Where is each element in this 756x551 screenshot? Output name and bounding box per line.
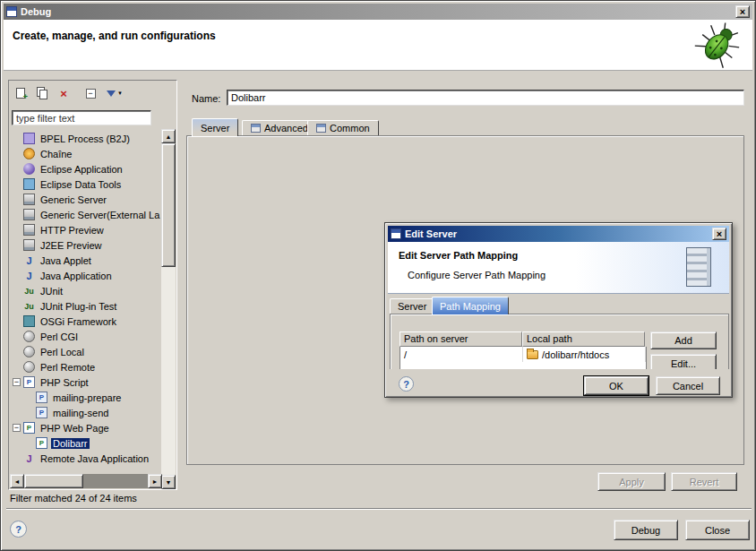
tree-item-http-preview[interactable]: HTTP Preview xyxy=(11,222,161,237)
ok-button[interactable]: OK xyxy=(584,376,649,395)
scroll-up-icon[interactable]: ▲ xyxy=(161,129,176,143)
server-icon xyxy=(23,224,35,236)
dialog-help-button[interactable]: ? xyxy=(399,376,414,392)
junit-icon: Ju xyxy=(23,285,35,297)
php-web-icon: P xyxy=(23,422,35,434)
tree-item-label: Perl CGI xyxy=(39,331,80,342)
tree-expander-icon[interactable]: − xyxy=(13,378,21,386)
tree-item-eclipse-data-tools[interactable]: Eclipse Data Tools xyxy=(11,176,161,192)
dialog-tab-server[interactable]: Server xyxy=(390,298,434,314)
remote-java-icon: J xyxy=(23,452,35,464)
tree-item-mailing-prepare[interactable]: Pmailing-prepare xyxy=(11,390,161,405)
tree-item-junit-plug-in-test[interactable]: JuJUnit Plug-in Test xyxy=(11,298,161,314)
tree-item-bpel-process-b2j-[interactable]: BPEL Process (B2J) xyxy=(11,131,161,146)
php-exe-icon: P xyxy=(36,392,47,403)
window-title: Debug xyxy=(21,6,51,17)
dialog-button-bar: ? OK Cancel xyxy=(388,369,729,396)
tree-horizontal-scrollbar[interactable]: ◄ ► xyxy=(10,474,162,488)
tree-item-generic-server[interactable]: Generic Server xyxy=(11,192,161,207)
tree-item-java-application[interactable]: JJava Application xyxy=(11,268,161,283)
name-input[interactable] xyxy=(227,90,744,106)
add-mapping-button[interactable]: Add xyxy=(650,331,717,349)
filter-options-button[interactable]: ▼ xyxy=(102,83,127,103)
window-titlebar[interactable]: Debug × xyxy=(4,4,752,20)
tree-item-php-script[interactable]: −PPHP Script xyxy=(11,375,161,390)
filter-status: Filter matched 24 of 24 items xyxy=(10,493,137,504)
scroll-left-icon[interactable]: ◄ xyxy=(10,474,24,488)
tree-item-perl-cgi[interactable]: Perl CGI xyxy=(11,329,161,344)
edit-server-titlebar[interactable]: Edit Server × xyxy=(388,226,729,242)
chain-icon xyxy=(23,148,35,159)
horizontal-scroll-thumb[interactable] xyxy=(24,474,83,488)
column-header-local-path[interactable]: Local path xyxy=(522,331,645,347)
edit-server-close-button[interactable]: × xyxy=(712,228,726,240)
common-tab-icon xyxy=(316,124,326,133)
tree-item-perl-remote[interactable]: Perl Remote xyxy=(11,359,161,375)
perl-icon xyxy=(23,361,35,373)
java-applet-icon: J xyxy=(23,254,35,266)
tree-item-label: mailing-send xyxy=(51,408,110,418)
edit-server-heading: Edit Server Path Mapping xyxy=(399,250,518,261)
tree-item-perl-local[interactable]: Perl Local xyxy=(11,344,161,359)
scroll-right-icon[interactable]: ► xyxy=(148,474,162,488)
tab-server-label: Server xyxy=(201,123,229,133)
tree-item-junit[interactable]: JuJUnit xyxy=(11,283,161,298)
tree-item-j2ee-preview[interactable]: J2EE Preview xyxy=(11,237,161,253)
window-close-button[interactable]: × xyxy=(735,5,750,18)
tree-item-label: PHP Web Page xyxy=(39,423,111,434)
revert-button[interactable]: Revert xyxy=(671,472,737,491)
tree-item-remote-java-application[interactable]: JRemote Java Application xyxy=(11,451,161,466)
folder-icon xyxy=(527,350,538,359)
edit-server-header: Edit Server Path Mapping Configure Serve… xyxy=(388,242,729,294)
close-button[interactable]: Close xyxy=(685,520,750,540)
tree-item-label: Perl Remote xyxy=(39,362,97,373)
delete-configuration-button[interactable]: × xyxy=(54,83,73,103)
datatools-icon xyxy=(23,178,35,190)
tab-common[interactable]: Common xyxy=(307,120,379,135)
edit-server-window-icon xyxy=(391,228,401,239)
help-button[interactable]: ? xyxy=(10,521,27,538)
perl-icon xyxy=(23,331,35,342)
column-header-path-on-server[interactable]: Path on server xyxy=(399,331,522,347)
filter-icon xyxy=(107,90,116,97)
dialog-tab-server-label: Server xyxy=(398,301,426,312)
tree-item-label: Remote Java Application xyxy=(39,453,150,464)
tree-item-label: Generic Server(External La xyxy=(39,210,161,220)
tree-item-label: Chaîne xyxy=(39,149,73,159)
java-icon: J xyxy=(23,270,35,281)
tree-item-mailing-send[interactable]: Pmailing-send xyxy=(11,405,161,420)
tab-advanced[interactable]: Advanced xyxy=(242,120,317,135)
new-configuration-button[interactable]: + xyxy=(11,83,30,103)
tab-server[interactable]: Server xyxy=(192,118,238,136)
cancel-button[interactable]: Cancel xyxy=(656,376,720,395)
tree-item-label: JUnit xyxy=(39,286,64,297)
tree-item-php-web-page[interactable]: −PPHP Web Page xyxy=(11,420,161,435)
collapse-all-button[interactable]: − xyxy=(81,83,100,103)
tree-item-label: Eclipse Application xyxy=(39,164,125,175)
tree-item-cha-ne[interactable]: Chaîne xyxy=(11,146,161,161)
duplicate-configuration-button[interactable] xyxy=(32,83,52,103)
tree-vertical-scrollbar[interactable]: ▲ ▼ xyxy=(161,129,176,489)
tree-item-osgi-framework[interactable]: OSGi Framework xyxy=(11,314,161,329)
window-icon xyxy=(6,6,17,17)
table-header-row: Path on server Local path xyxy=(399,331,647,347)
table-row[interactable]: / /dolibarr/htdocs xyxy=(400,347,646,362)
tree-item-eclipse-application[interactable]: Eclipse Application xyxy=(11,161,161,176)
vertical-scroll-thumb[interactable] xyxy=(161,143,176,267)
cell-server-path: / xyxy=(400,347,523,362)
dialog-tab-path-mapping[interactable]: Path Mapping xyxy=(432,297,509,314)
php-web-icon: P xyxy=(36,437,47,449)
tree-expander-icon[interactable]: − xyxy=(13,424,21,432)
delete-config-icon: × xyxy=(60,87,67,100)
tree-item-java-applet[interactable]: JJava Applet xyxy=(11,253,161,268)
tree-item-generic-server-external-la[interactable]: Generic Server(External La xyxy=(11,207,161,222)
tree-item-label: PHP Script xyxy=(39,377,90,388)
tree-item-label: Eclipse Data Tools xyxy=(39,179,123,190)
edit-server-title: Edit Server xyxy=(405,228,457,239)
filter-input[interactable] xyxy=(12,110,151,125)
debug-button[interactable]: Debug xyxy=(614,520,678,540)
tree-item-dolibarr[interactable]: PDolibarr xyxy=(11,435,161,451)
apply-button[interactable]: Apply xyxy=(597,472,666,491)
tree-item-label: Java Application xyxy=(39,271,114,281)
scroll-down-icon[interactable]: ▼ xyxy=(161,475,176,489)
